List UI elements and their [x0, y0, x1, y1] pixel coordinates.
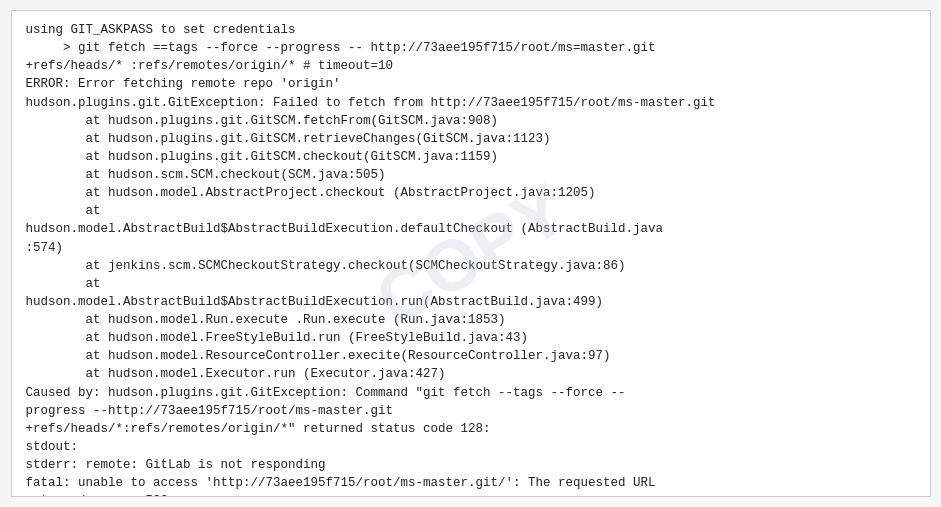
terminal-output: using GIT_ASKPASS to set credentials > g… — [26, 21, 916, 497]
terminal-container: COPY using GIT_ASKPASS to set credential… — [11, 10, 931, 497]
